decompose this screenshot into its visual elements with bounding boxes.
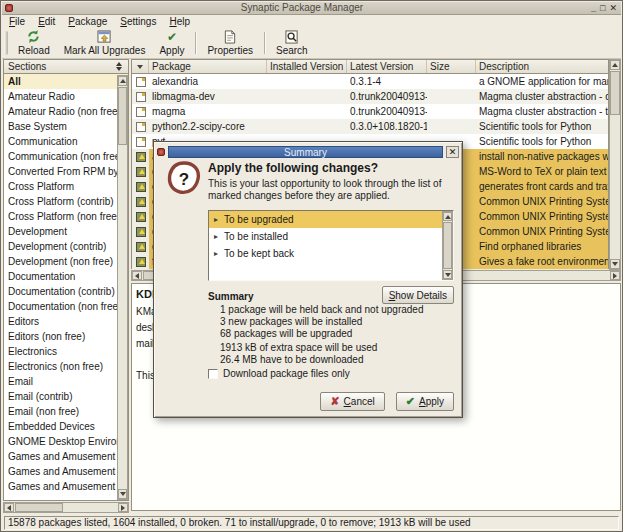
column-package[interactable]: Package (149, 60, 267, 73)
dialog-list-item[interactable]: ▸To be installed (209, 228, 453, 245)
scroll-up-icon[interactable] (118, 76, 127, 86)
sidebar-item[interactable]: Development (contrib) (4, 239, 128, 254)
sections-hscrollbar[interactable] (3, 502, 129, 513)
sidebar-item[interactable]: Editors (non free) (4, 329, 128, 344)
changes-list-vscrollbar[interactable] (442, 211, 453, 280)
cell-desc: Magma cluster abstraction - tool (476, 104, 609, 119)
column-latest-version[interactable]: Latest Version (347, 60, 427, 73)
scroll-thumb[interactable] (118, 87, 127, 145)
sidebar-item[interactable]: Communication (non free) (4, 149, 128, 164)
apply-button[interactable]: ✔ Apply (152, 28, 191, 58)
titlebar[interactable]: Synaptic Package Manager _ □ ✕ (2, 2, 621, 15)
sidebar-item[interactable]: Development (4, 224, 128, 239)
scroll-up-icon[interactable] (610, 60, 620, 70)
dialog-titlebar[interactable]: Summary ✕ (157, 145, 459, 158)
sidebar-item[interactable]: Base System (4, 119, 128, 134)
sidebar-item[interactable]: Documentation (non free) (4, 299, 128, 314)
upgrade-marked-icon (136, 182, 146, 192)
sections-vscrollbar[interactable] (117, 75, 128, 500)
cell-desc: Scientific tools for Python (476, 119, 609, 134)
table-row[interactable]: magma0.trunk20040913-1Magma cluster abst… (132, 104, 608, 119)
sidebar-item[interactable]: Email (4, 374, 128, 389)
dialog-list-item[interactable]: ▸To be upgraded (209, 211, 453, 228)
sidebar-item[interactable]: Games and Amusement (co (4, 464, 128, 479)
scroll-thumb[interactable] (443, 222, 452, 269)
sidebar-item[interactable]: Amateur Radio (4, 89, 128, 104)
sidebar-item[interactable]: Games and Amusement (n (4, 479, 128, 494)
cell-name: libmagma-dev (149, 89, 267, 104)
expander-icon[interactable]: ▸ (214, 232, 218, 241)
sidebar-item[interactable]: Editors (4, 314, 128, 329)
dialog-list-item[interactable]: ▸To be kept back (209, 245, 453, 262)
status-cell (132, 119, 149, 134)
toolbar-gripper[interactable] (4, 31, 8, 55)
sidebar-item[interactable]: Documentation (4, 269, 128, 284)
table-row[interactable]: alexandria0.3.1-4a GNOME application for… (132, 74, 608, 89)
cancel-button[interactable]: ✘ Cancel (320, 392, 384, 411)
search-button[interactable]: Search (269, 28, 315, 58)
sidebar-item[interactable]: Communication (4, 134, 128, 149)
sidebar-item[interactable]: Email (contrib) (4, 389, 128, 404)
summary-section-label: Summary (208, 291, 254, 302)
sidebar-item[interactable]: Games and Amusement (4, 449, 128, 464)
column-installed-version[interactable]: Installed Version (267, 60, 347, 73)
apply-button-dialog[interactable]: ✔ Apply (396, 392, 454, 411)
sidebar-item[interactable]: Converted From RPM by Alie (4, 164, 128, 179)
properties-button[interactable]: Properties (200, 28, 260, 58)
cell-inst (267, 74, 347, 89)
menu-package[interactable]: Package (68, 16, 107, 27)
menu-settings[interactable]: Settings (120, 16, 156, 27)
scroll-down-icon[interactable] (443, 270, 452, 279)
status-column-header[interactable] (132, 60, 149, 73)
sidebar-item[interactable]: Cross Platform (4, 179, 128, 194)
table-row[interactable]: libmagma-dev0.trunk20040913-1Magma clust… (132, 89, 608, 104)
scroll-thumb[interactable] (610, 71, 620, 115)
sidebar-item[interactable]: Email (non free) (4, 404, 128, 419)
sidebar-item[interactable]: Amateur Radio (non free) (4, 104, 128, 119)
sidebar-item[interactable]: All (4, 74, 128, 89)
menu-help[interactable]: Help (169, 16, 190, 27)
scroll-thumb[interactable] (15, 503, 63, 512)
checkbox-icon[interactable] (208, 369, 218, 379)
synaptic-app-icon (5, 4, 13, 12)
scroll-up-icon[interactable] (443, 212, 452, 221)
menu-file[interactable]: File (9, 16, 25, 27)
table-vscrollbar[interactable] (609, 59, 621, 270)
sections-header[interactable]: Sections (3, 59, 129, 74)
sidebar-item[interactable]: GNOME Desktop Environme (4, 434, 128, 449)
summary-dialog: Summary ✕ ? Apply the following changes?… (153, 141, 463, 418)
menu-edit[interactable]: Edit (38, 16, 55, 27)
cell-inst (267, 119, 347, 134)
download-only-checkbox[interactable]: Download package files only (208, 368, 350, 379)
minimize-icon[interactable]: _ (591, 3, 596, 14)
sidebar-item[interactable]: Cross Platform (non free) (4, 209, 128, 224)
column-size[interactable]: Size (427, 60, 476, 73)
sidebar-item[interactable]: Electronics (4, 344, 128, 359)
close-icon[interactable]: ✕ (609, 3, 617, 14)
scroll-down-icon[interactable] (118, 489, 127, 499)
mark-all-upgrades-button[interactable]: Mark All Upgrades (57, 28, 153, 58)
maximize-icon[interactable]: □ (600, 3, 605, 14)
sidebar-item[interactable]: Embedded Devices (4, 419, 128, 434)
summary-line: 68 packages will be upgraded (220, 328, 423, 340)
scroll-down-icon[interactable] (610, 259, 620, 269)
expander-icon[interactable]: ▸ (214, 249, 218, 258)
column-description[interactable]: Description (476, 60, 610, 73)
cell-desc: install non-native packages with dp (476, 149, 609, 164)
scroll-right-icon[interactable] (118, 503, 128, 512)
sidebar-item[interactable]: Electronics (non free) (4, 359, 128, 374)
scroll-left-icon[interactable] (132, 271, 142, 280)
dialog-close-icon[interactable]: ✕ (446, 146, 459, 158)
apply-label: Apply (159, 45, 184, 56)
sidebar-item[interactable]: Documentation (contrib) (4, 284, 128, 299)
sidebar-item[interactable]: Cross Platform (contrib) (4, 194, 128, 209)
summary-line: 3 new packages will be installed (220, 316, 423, 328)
reload-button[interactable]: Reload (11, 28, 57, 58)
table-row[interactable]: python2.2-scipy-core0.3.0+108.1820-1Scie… (132, 119, 608, 134)
cell-desc: generates front cards and tray car (476, 179, 609, 194)
scroll-right-icon[interactable] (610, 271, 620, 280)
scroll-left-icon[interactable] (4, 503, 14, 512)
sidebar-item[interactable]: Development (non free) (4, 254, 128, 269)
expander-icon[interactable]: ▸ (214, 215, 218, 224)
show-details-button[interactable]: Show Details (382, 286, 454, 304)
